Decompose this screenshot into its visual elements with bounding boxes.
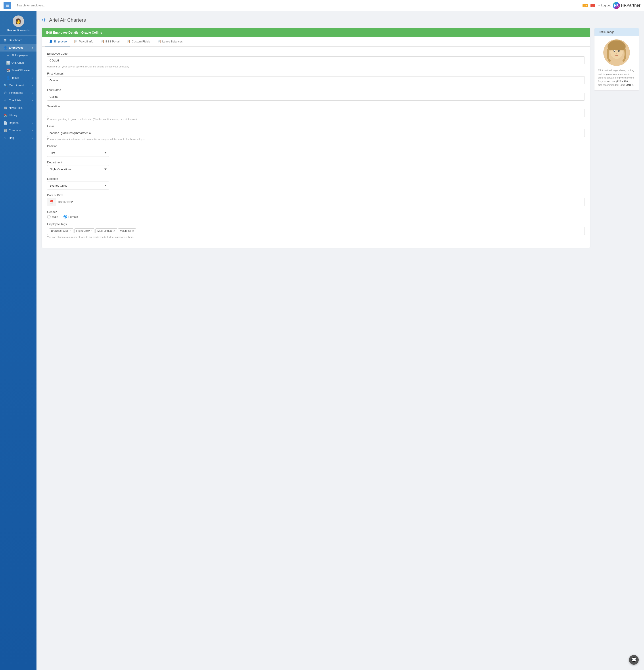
tab-payroll-label: Payroll Info [79,40,93,43]
tag-close-icon3[interactable]: ✕ [113,229,115,232]
hamburger-icon: ☰ [5,3,9,8]
notification-badge-red[interactable]: 1 [590,4,595,7]
chevron-icon6: ‹ [32,137,33,139]
tag-close-icon[interactable]: ✕ [69,229,71,232]
company-icon: 🏢 [3,129,7,132]
chevron-icon2: ‹ [32,92,33,94]
profile-sidebar: Profile Image [594,28,639,91]
sidebar-item-all-employees[interactable]: ≡ All Employees [0,52,37,59]
logout-button[interactable]: → Log out [597,4,611,7]
gender-female-label[interactable]: Female [64,215,78,218]
location-select[interactable]: Sydney Office [47,182,109,189]
tag-close-icon2[interactable]: ✕ [91,229,92,232]
main-content: ✈ Ariel Air Charters Edit Employee Detai… [37,11,644,670]
library-icon: 📚 [3,113,7,117]
sidebar-item-company[interactable]: 🏢 Company ‹ [0,127,37,134]
tag-breakfast-club: Breakfast Club ✕ [49,228,73,233]
sidebar-item-label: Dashboard [9,39,22,42]
tab-payroll[interactable]: 📋 Payroll Info [70,37,97,46]
tag-volunteer: Volunteer ✕ [118,228,136,233]
chat-icon: 💬 [631,657,637,662]
help-icon: ? [3,136,7,140]
employee-tab-icon: 👤 [49,40,53,43]
ess-tab-icon: 📋 [100,40,104,43]
sidebar-item-label: Help [9,136,15,139]
department-select[interactable]: Flight Operations [47,165,109,173]
tab-custom[interactable]: 📋 Custom Fields [123,37,153,46]
gender-male-radio[interactable] [47,215,51,218]
sidebar-item-news[interactable]: 📰 News/Polls [0,104,37,112]
hamburger-button[interactable]: ☰ [3,2,11,9]
dob-wrapper[interactable]: 📅 08/16/1982 [47,198,585,206]
last-name-label: Last Name [47,88,585,92]
dashboard-icon: ⊞ [3,39,7,42]
search-input[interactable] [14,2,102,9]
salutation-input[interactable] [47,109,585,117]
profile-card-header: Profile Image [594,28,639,36]
news-icon: 📰 [3,106,7,110]
chevron-icon: ‹ [32,84,33,87]
gender-female-radio[interactable] [64,215,67,218]
tab-employee[interactable]: 👤 Employee [45,37,70,46]
email-hint: Primary (work) email address that automa… [47,138,585,140]
sidebar-item-reports[interactable]: 📄 Reports ‹ [0,119,37,127]
payroll-tab-icon: 📋 [74,40,78,43]
recruitment-icon: 🔍 [3,84,7,87]
salutation-hint: Common greeting to go on mailouts etc. (… [47,118,585,121]
email-label: Email [47,124,585,128]
profile-photo[interactable] [603,39,630,66]
chat-button[interactable]: 💬 [629,655,639,665]
location-label: Location [47,177,585,180]
first-name-input[interactable] [47,76,585,84]
first-name-label: First Name(s) [47,72,585,75]
svg-point-8 [616,53,617,54]
sidebar-item-help[interactable]: ? Help ‹ [0,134,37,142]
tab-ess-label: ESS Portal [106,40,120,43]
sidebar-item-library[interactable]: 📚 Library [0,112,37,119]
sidebar-item-time-off[interactable]: 📅 Time-Off/Leave [0,67,37,74]
sidebar-item-dashboard[interactable]: ⊞ Dashboard [0,37,37,44]
company-header: ✈ Ariel Air Charters [42,16,639,24]
calendar-icon: 📅 [47,198,56,206]
first-name-group: First Name(s) [47,72,585,84]
salutation-group: Salutation Common greeting to go on mail… [47,105,585,121]
top-nav-right: 15 1 → Log out HR HRPartner [582,2,641,9]
tag-close-icon4[interactable]: ✕ [132,229,134,232]
position-select[interactable]: Pilot [47,149,109,157]
tab-ess[interactable]: 📋 ESS Portal [97,37,123,46]
tab-leave[interactable]: 📋 Leave Balances [154,37,186,46]
leave-tab-icon: 📋 [157,40,161,43]
form-header: Edit Employee Details - Gracie Collins [42,28,590,37]
sidebar-item-org-chart[interactable]: 📊 Org. Chart [0,59,37,67]
sidebar-item-label: News/Polls [9,106,23,109]
tags-container[interactable]: Breakfast Club ✕ Flight Crew ✕ Multi Lin… [47,227,585,235]
last-name-input[interactable] [47,93,585,100]
email-input[interactable] [47,129,585,137]
dob-value: 08/16/1982 [56,198,75,206]
sidebar-item-recruitment[interactable]: 🔍 Recruitment ‹ [0,82,37,89]
position-group: Position Pilot [47,144,585,157]
tag-flight-crew: Flight Crew ✕ [74,228,95,233]
top-nav: ☰ 15 1 → Log out HR HRPartner [0,0,644,11]
department-group: Department Flight Operations [47,161,585,173]
tag-label: Flight Crew [76,229,90,232]
notification-badge-orange[interactable]: 15 [582,4,588,7]
sidebar-item-label: Reports [9,121,18,124]
gender-male-label[interactable]: Male [47,215,58,218]
employee-code-input[interactable] [47,56,585,64]
sidebar-item-import[interactable]: 👤 Import ‹ [0,74,37,82]
tag-label: Multi Lingual [97,229,112,232]
sidebar-item-label: Org. Chart [12,61,24,64]
sidebar-item-employees[interactable]: 👤 Employees ▾ [0,44,37,52]
brand-name: HRPartner [621,3,641,8]
brand-logo: HR HRPartner [613,2,641,9]
sidebar-item-checklists[interactable]: ✓ Checklists ‹ [0,97,37,104]
employee-code-label: Employee Code [47,52,585,55]
location-group: Location Sydney Office [47,177,585,189]
chevron-down-icon: ▾ [32,46,33,49]
logout-label: Log out [601,4,611,7]
sidebar-item-timesheets[interactable]: ⏱ Timesheets ‹ [0,89,37,97]
tags-label: Employee Tags [47,223,585,226]
gender-radio-group: Male Female [47,215,585,218]
main-layout: 👩 Deanna Burwood ▾ ⊞ Dashboard 👤 Employe… [0,11,644,670]
